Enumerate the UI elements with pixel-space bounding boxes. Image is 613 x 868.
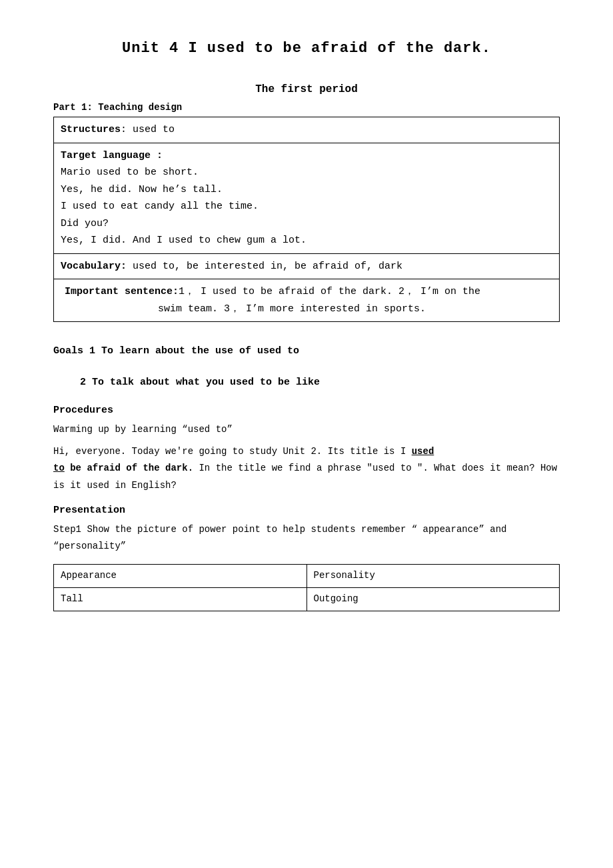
page-title: Unit 4 I used to be afraid of the dark.: [53, 40, 560, 57]
goal-2: 2 To talk about what you used to be like: [80, 373, 560, 391]
vocabulary-label: Vocabulary:: [61, 261, 127, 272]
structures-value: : used to: [121, 124, 175, 135]
target-line-5: Yes, I did. And I used to chew gum a lot…: [61, 232, 552, 249]
vocabulary-row: Vocabulary: used to, be interested in, b…: [54, 253, 560, 279]
important-sentence-row: Important sentence:1， I used to be afrai…: [54, 279, 560, 322]
subtitle: The first period: [53, 83, 560, 95]
appearance-personality-table: Appearance Personality Tall Outgoing: [53, 564, 560, 611]
vocabulary-value: used to, be interested in, be afraid of,…: [127, 261, 402, 272]
warming-text: Warming up by learning “used to”: [53, 421, 560, 438]
appearance-header: Appearance: [54, 565, 307, 588]
appearance-row1: Tall: [54, 587, 307, 611]
target-line-2: Yes, he did. Now he’s tall.: [61, 181, 552, 199]
goals-section: Goals 1 To learn about the use of used t…: [53, 342, 560, 391]
structures-label: Structures: [61, 124, 121, 135]
part1-label: Part 1: Teaching design: [53, 102, 560, 113]
important-value2: swim team. 3， I’m more interested in spo…: [65, 301, 552, 318]
goal-1: Goals 1 To learn about the use of used t…: [53, 342, 560, 360]
used-underline: used: [412, 446, 434, 457]
appearance-table-row1: Tall Outgoing: [54, 587, 560, 611]
to-underline: to: [53, 463, 65, 473]
hi-text: Hi, everyone. Today we're going to study…: [53, 443, 560, 494]
target-line-4: Did you?: [61, 215, 552, 233]
personality-header: Personality: [306, 565, 560, 588]
target-language-label: Target language :: [61, 150, 163, 161]
hi-bold-text: be afraid of the dark.: [65, 463, 193, 473]
target-language-row: Target language : Mario used to be short…: [54, 143, 560, 253]
target-line-3: I used to eat candy all the time.: [61, 198, 552, 215]
personality-row1: Outgoing: [306, 587, 560, 611]
hi-text-before: Hi, everyone. Today we're going to study…: [53, 446, 412, 457]
important-value: 1， I used to be afraid of the dark. 2， I…: [179, 286, 480, 297]
procedures-title: Procedures: [53, 405, 560, 416]
step1-text: Step1 Show the picture of power point to…: [53, 521, 560, 555]
teaching-design-table: Structures: used to Target language : Ma…: [53, 117, 560, 322]
appearance-table-header-row: Appearance Personality: [54, 565, 560, 588]
target-line-1: Mario used to be short.: [61, 164, 552, 181]
important-label: Important sentence:: [65, 286, 179, 297]
structures-row: Structures: used to: [54, 117, 560, 143]
presentation-title: Presentation: [53, 505, 560, 516]
